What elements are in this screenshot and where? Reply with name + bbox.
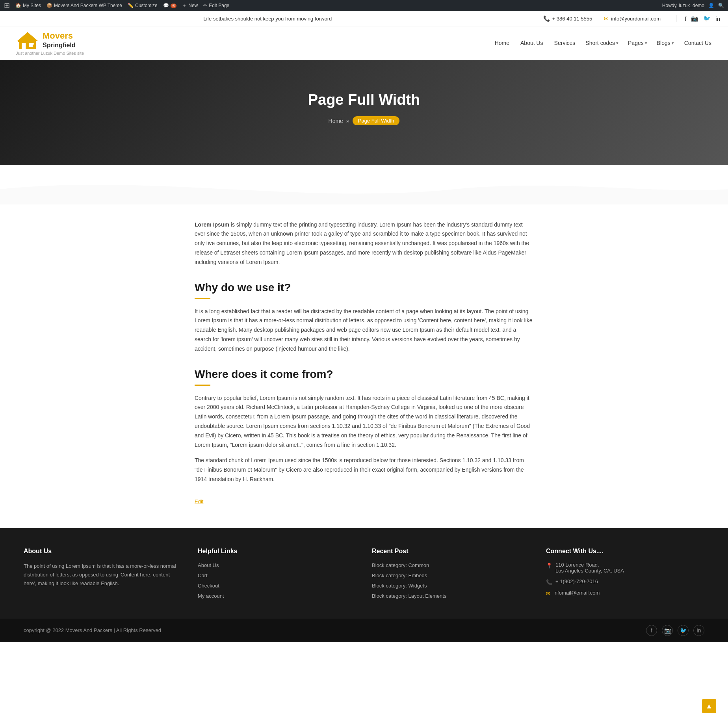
- footer-col-about: About Us The point of using Lorem Ipsum …: [24, 548, 182, 603]
- address-line1: 110 Lorence Road,: [555, 562, 599, 568]
- footer-post-common[interactable]: Block category: Common: [372, 562, 429, 568]
- tagline-text: Life setbakes shoulde not keep you from …: [8, 16, 527, 22]
- footer-top: About Us The point of using Lorem Ipsum …: [0, 528, 728, 619]
- logo-svg-icon: [16, 30, 39, 50]
- footer-email: ✉ infomail@email.com: [546, 590, 704, 597]
- footer-linkedin-icon[interactable]: in: [693, 625, 704, 636]
- intro-strong: Lorem Ipsum: [195, 221, 229, 228]
- nav-home[interactable]: Home: [494, 37, 510, 48]
- top-info-bar: Life setbakes shoulde not keep you from …: [0, 11, 728, 26]
- svg-point-4: [33, 45, 36, 48]
- footer-post-embeds[interactable]: Block category: Embeds: [372, 573, 427, 578]
- email-icon-footer: ✉: [546, 591, 550, 597]
- logo-text: Movers Springfield: [43, 32, 76, 49]
- footer-twitter-icon[interactable]: 🐦: [678, 625, 689, 636]
- heading-underline-1: [195, 298, 210, 299]
- breadcrumb-current: Page Full Width: [353, 116, 400, 125]
- movers-icon: 📦: [46, 3, 52, 8]
- breadcrumb-home[interactable]: Home: [329, 118, 343, 124]
- logo-image: Movers Springfield: [16, 30, 84, 50]
- theme-link[interactable]: 📦 Movers And Packers WP Theme: [46, 3, 122, 8]
- footer-facebook-icon[interactable]: f: [646, 625, 657, 636]
- heading-where: Where does it come from?: [195, 368, 533, 381]
- nav-pages[interactable]: Pages: [628, 40, 647, 46]
- breadcrumb: Home » Page Full Width: [8, 116, 720, 125]
- footer-phone-number: + 1(902)-720-7016: [555, 578, 598, 584]
- logo-brand-movers: Movers: [43, 31, 73, 41]
- linkedin-icon[interactable]: in: [715, 15, 720, 22]
- logo-subtitle: Just another Luzuk Demo Sites site: [16, 51, 84, 56]
- footer-col-links: Helpful Links About Us Cart Checkout My …: [198, 548, 356, 603]
- footer-col-connect: Connect With Us.... 📍 110 Lorence Road, …: [546, 548, 704, 603]
- admin-bar: ⊞ 🏠 My Sites 📦 Movers And Packers WP The…: [0, 0, 728, 11]
- list-item: Checkout: [198, 582, 356, 589]
- footer-link-myaccount[interactable]: My account: [198, 593, 224, 599]
- hero-section: Page Full Width Home » Page Full Width: [0, 60, 728, 165]
- logo-brand-springfield: Springfield: [43, 42, 76, 48]
- list-item: Block category: Layout Elements: [372, 593, 530, 599]
- footer-link-cart[interactable]: Cart: [198, 573, 208, 578]
- footer-post-widgets[interactable]: Block category: Widgets: [372, 583, 427, 589]
- breadcrumb-separator: »: [346, 118, 349, 124]
- site-header: Movers Springfield Just another Luzuk De…: [0, 26, 728, 60]
- search-icon[interactable]: 🔍: [718, 3, 724, 8]
- top-social-icons: f 📷 🐦 in: [676, 15, 720, 22]
- comments-link[interactable]: 💬 6: [163, 3, 177, 8]
- footer-bottom: copyright @ 2022 Movers And Packers | Al…: [0, 619, 728, 642]
- list-item: Block category: Widgets: [372, 582, 530, 589]
- address-text: 110 Lorence Road, Los Angeles County, CA…: [555, 562, 624, 574]
- email-contact: ✉ info@yourdomail.com: [604, 15, 661, 22]
- nav-about[interactable]: About Us: [520, 37, 544, 48]
- phone-icon: 📞: [543, 15, 550, 22]
- edit-page-link[interactable]: ✏ Edit Page: [203, 3, 229, 8]
- footer-posts-list: Block category: Common Block category: E…: [372, 562, 530, 599]
- footer-address: 📍 110 Lorence Road, Los Angeles County, …: [546, 562, 704, 574]
- nav-contact[interactable]: Contact Us: [683, 37, 712, 48]
- location-icon: 📍: [546, 563, 552, 569]
- twitter-icon[interactable]: 🐦: [703, 15, 711, 22]
- phone-number: + 386 40 11 5555: [552, 16, 592, 22]
- footer-email-address: infomail@email.com: [553, 590, 600, 596]
- list-item: Block category: Embeds: [372, 572, 530, 578]
- phone-contact: 📞 + 386 40 11 5555: [543, 15, 592, 22]
- nav-shortcodes[interactable]: Short codes: [585, 40, 618, 46]
- footer-link-checkout[interactable]: Checkout: [198, 583, 219, 589]
- footer-link-about[interactable]: About Us: [198, 562, 219, 568]
- intro-paragraph: Lorem Ipsum is simply dummy text of the …: [195, 220, 533, 267]
- edit-icon: ✏: [203, 3, 207, 8]
- new-link[interactable]: ＋ New: [182, 2, 198, 9]
- footer-social-icons: f 📷 🐦 in: [646, 625, 704, 636]
- footer-about-text: The point of using Lorem Ipsum is that i…: [24, 562, 182, 588]
- email-address: info@yourdomail.com: [611, 16, 661, 22]
- heading-underline-2: [195, 385, 210, 386]
- list-item: Block category: Common: [372, 562, 530, 568]
- howdy-text: Howdy, luzuk_demo: [662, 3, 704, 8]
- edit-link[interactable]: Edit: [195, 498, 203, 504]
- instagram-icon[interactable]: 📷: [691, 15, 698, 22]
- para-where-2: The standard chunk of Lorem Ipsum used s…: [195, 456, 533, 484]
- list-item: My account: [198, 593, 356, 599]
- address-line2: Los Angeles County, CA, USA: [555, 568, 624, 574]
- nav-blogs[interactable]: Blogs: [657, 40, 674, 46]
- footer-links-list: About Us Cart Checkout My account: [198, 562, 356, 599]
- sites-icon: 🏠: [15, 3, 21, 8]
- facebook-icon[interactable]: f: [685, 15, 686, 22]
- footer-connect-title: Connect With Us....: [546, 548, 704, 555]
- customize-icon: ✏️: [128, 3, 134, 8]
- plus-icon: ＋: [182, 2, 187, 9]
- my-sites-link[interactable]: 🏠 My Sites: [15, 3, 41, 8]
- wordpress-icon[interactable]: ⊞: [4, 1, 10, 10]
- customize-link[interactable]: ✏️ Customize: [128, 3, 158, 8]
- footer-instagram-icon[interactable]: 📷: [662, 625, 673, 636]
- svg-marker-0: [17, 32, 38, 41]
- footer-col-posts: Recent Post Block category: Common Block…: [372, 548, 530, 603]
- footer-post-layout[interactable]: Block category: Layout Elements: [372, 593, 446, 599]
- svg-rect-2: [22, 43, 26, 49]
- comment-icon: 💬: [163, 3, 169, 8]
- main-content: Lorem Ipsum is simply dummy text of the …: [187, 204, 541, 528]
- nav-services[interactable]: Services: [553, 37, 576, 48]
- para-where-1: Contrary to popular belief, Lorem Ipsum …: [195, 394, 533, 450]
- list-item: Cart: [198, 572, 356, 578]
- footer-posts-title: Recent Post: [372, 548, 530, 555]
- phone-icon-footer: 📞: [546, 579, 552, 585]
